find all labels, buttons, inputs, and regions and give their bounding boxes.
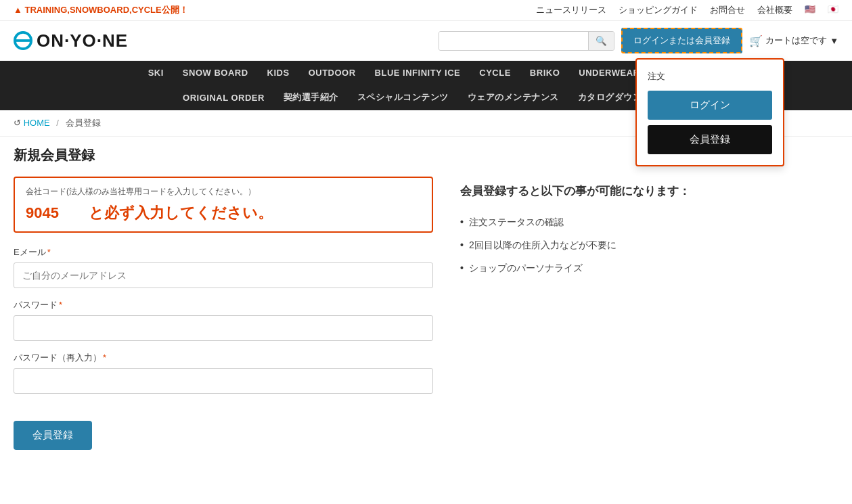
logo-text: ON·YO·NE [37, 30, 128, 51]
nav-athletes[interactable]: 契約選手紹介 [274, 85, 348, 110]
password-confirm-required: * [103, 352, 106, 363]
contact-link[interactable]: お問合せ [710, 4, 745, 16]
about-link[interactable]: 会社概要 [757, 4, 792, 16]
header-right: 🔍 ログインまたは会員登録 🛒 カートは空です ▼ [439, 28, 838, 53]
nav-special-contents[interactable]: スペシャルコンテンツ [348, 85, 458, 110]
current-page: 会員登録 [66, 118, 101, 128]
email-field[interactable] [14, 262, 433, 288]
info-list: 注文ステータスの確認 2回目以降の住所入力などが不要に ショップのパーソナライズ [460, 211, 838, 280]
company-code-value: 9045 [26, 204, 59, 221]
news-link[interactable]: ニュースリリース [536, 4, 606, 16]
email-group: Eメール* [14, 246, 433, 288]
cart-button[interactable]: 🛒 カートは空です ▼ [749, 35, 838, 47]
nav-outdoor[interactable]: OUTDOOR [299, 61, 365, 85]
nav-ski[interactable]: SKI [139, 61, 173, 85]
announcement-text: TRAINING,SNOWBOARD,CYCLE公開！ [14, 4, 188, 16]
company-code-required-text [62, 204, 87, 221]
cart-chevron-icon: ▼ [830, 36, 838, 46]
popup-label: 注文 [648, 70, 772, 83]
password-required: * [59, 300, 62, 310]
register-submit-button[interactable]: 会員登録 [14, 421, 92, 450]
info-item-2: 2回目以降の住所入力などが不要に [460, 234, 838, 257]
search-container: 🔍 [439, 31, 614, 51]
logo-o-icon [14, 31, 32, 50]
top-links: ニュースリリース ショッピングガイド お問合せ 会社概要 🇺🇸 🇯🇵 [536, 4, 838, 16]
header: ON·YO·NE 🔍 ログインまたは会員登録 🛒 カートは空です ▼ [0, 21, 852, 61]
nav-briko[interactable]: BRIKO [520, 61, 569, 85]
nav-maintenance[interactable]: ウェアのメンテナンス [458, 85, 568, 110]
password-group: パスワード* [14, 299, 433, 341]
company-code-content: 9045 と必ず入力してください。 [26, 203, 421, 223]
password-confirm-field[interactable] [14, 368, 433, 394]
info-item-1: 注文ステータスの確認 [460, 211, 838, 234]
form-section: 会社コード(法人様のみ当社専用コードを入力してください。） 9045 と必ず入力… [14, 177, 433, 450]
password-confirm-label: パスワード（再入力）* [14, 352, 433, 364]
nav-original-order[interactable]: ORIGINAL ORDER [173, 86, 274, 110]
login-dropdown-popup: 注文 ログイン 会員登録 [635, 58, 784, 166]
search-button[interactable]: 🔍 [588, 32, 614, 50]
nav-blue-infinity-ice[interactable]: Blue infinity ICE [365, 61, 470, 85]
flag-icon: 🇺🇸 [805, 4, 815, 16]
popup-login-button[interactable]: ログイン [648, 91, 772, 120]
home-link[interactable]: HOME [24, 118, 50, 128]
password-label: パスワード* [14, 299, 433, 311]
announcement-bar: TRAINING,SNOWBOARD,CYCLE公開！ ニュースリリース ショッ… [0, 0, 852, 21]
logo[interactable]: ON·YO·NE [14, 30, 128, 51]
shopping-guide-link[interactable]: ショッピングガイド [619, 4, 698, 16]
popup-register-button[interactable]: 会員登録 [648, 125, 772, 154]
company-code-required-label: と必ず入力してください。 [89, 204, 273, 221]
cart-icon: 🛒 [749, 35, 763, 47]
main-content: 会社コード(法人様のみ当社専用コードを入力してください。） 9045 と必ず入力… [0, 170, 852, 470]
flag-jp-icon: 🇯🇵 [828, 4, 838, 16]
company-code-box: 会社コード(法人様のみ当社専用コードを入力してください。） 9045 と必ず入力… [14, 177, 433, 233]
nav-cycle[interactable]: CYCLE [470, 61, 520, 85]
password-field[interactable] [14, 315, 433, 341]
password-confirm-group: パスワード（再入力）* [14, 352, 433, 394]
cart-label: カートは空です [765, 35, 827, 47]
home-icon: ↺ [14, 118, 21, 128]
email-required: * [47, 247, 51, 257]
breadcrumb-separator: / [56, 118, 59, 128]
info-title: 会員登録すると以下の事が可能になります： [460, 183, 838, 199]
company-code-label: 会社コード(法人様のみ当社専用コードを入力してください。） [26, 186, 421, 198]
search-input[interactable] [439, 32, 588, 50]
login-register-button[interactable]: ログインまたは会員登録 [621, 28, 742, 53]
info-item-3: ショップのパーソナライズ [460, 257, 838, 280]
nav-snowboard[interactable]: SNOW BOARD [173, 61, 258, 85]
nav-kids[interactable]: KIDS [258, 61, 299, 85]
info-section: 会員登録すると以下の事が可能になります： 注文ステータスの確認 2回目以降の住所… [460, 177, 838, 450]
email-label: Eメール* [14, 246, 433, 258]
